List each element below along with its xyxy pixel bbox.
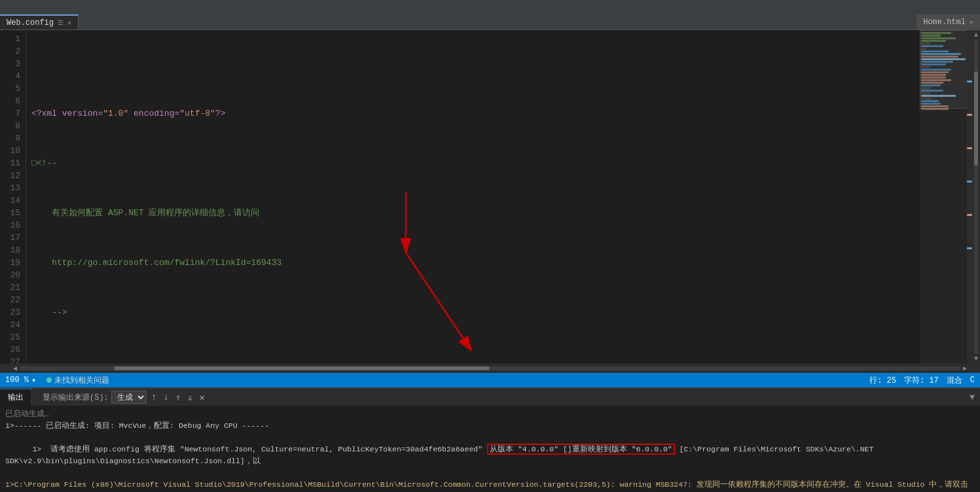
char-info: 字符: 17 — [904, 375, 939, 386]
zoom-dropdown-icon[interactable]: ▾ — [31, 376, 36, 385]
panel-btn-clear[interactable]: ✕ — [198, 392, 207, 403]
h-scrollbar-track[interactable] — [20, 366, 960, 370]
code-content[interactable]: <?xml version="1.0" encoding="utf-8"?> □… — [26, 30, 920, 364]
code-line-6 — [31, 356, 915, 364]
panel-output-content: 已启动生成… 1>------ 已启动生成: 项目: MvcVue，配置: De… — [0, 406, 980, 492]
code-line-5: --> — [31, 306, 915, 319]
title-bar — [0, 0, 980, 14]
encoding-info: 混合 — [947, 375, 962, 386]
output-line-2: 1>------ 已启动生成: 项目: MvcVue，配置: Debug Any… — [5, 420, 975, 432]
panel-btn-up[interactable]: ↑ — [149, 392, 158, 402]
line-info: 行: 25 — [869, 375, 896, 386]
bottom-panel: 输出 显示输出来源(S): 生成 ↑ ↓ ⇑ ⇓ ✕ ▼ 已启动生成… 1>--… — [0, 387, 980, 492]
tab-webconfig[interactable]: Web.config ☰ ✕ — [0, 14, 79, 29]
editor-status-bar: 100 % ▾ 未找到相关问题 行: 25 字符: 17 混合 C — [0, 373, 980, 387]
source-label: 显示输出来源(S): — [43, 392, 109, 403]
panel-tab-output[interactable]: 输出 — [0, 389, 32, 406]
minimap-content — [920, 30, 972, 112]
horizontal-scrollbar[interactable]: ◀ ▶ — [0, 364, 980, 373]
main-area: 12345 678910 1112131415 1617181920 21222… — [0, 30, 980, 387]
panel-collapse-btn[interactable]: ▼ — [964, 389, 980, 406]
output-line-4: 1>C:\Program Files (x86)\Microsoft Visua… — [5, 479, 975, 492]
tab-webconfig-label: Web.config — [7, 18, 54, 27]
panel-tabs-bar: 输出 显示输出来源(S): 生成 ↑ ↓ ⇑ ⇓ ✕ ▼ — [0, 389, 980, 406]
scroll-left-arrow[interactable]: ◀ — [10, 364, 20, 372]
source-select[interactable]: 生成 — [111, 391, 147, 404]
panel-btn-down[interactable]: ↓ — [161, 392, 170, 402]
minimap — [920, 30, 972, 364]
zoom-value: 100 % — [5, 376, 29, 385]
output-line-1: 已启动生成… — [5, 408, 975, 420]
zoom-indicator: 100 % ▾ — [5, 376, 36, 385]
status-right: 行: 25 字符: 17 混合 C — [869, 375, 975, 386]
code-area: 12345 678910 1112131415 1617181920 21222… — [0, 30, 980, 364]
panel-btn-top[interactable]: ⇑ — [173, 392, 183, 403]
tab-homehtml[interactable]: Home.html ✕ — [916, 14, 980, 29]
no-issues-text: 未找到相关问题 — [54, 375, 109, 386]
minimap-scrollbar[interactable]: ▲ ▼ — [972, 30, 980, 364]
tab-homehtml-close-icon[interactable]: ✕ — [970, 18, 973, 26]
tab-homehtml-label: Home.html — [923, 18, 966, 27]
output-line-3: 1> 请考虑使用 app.config 将程序集 "Newtonsoft.Jso… — [5, 432, 975, 479]
code-line-4: http://go.microsoft.com/fwlink/?LinkId=1… — [31, 256, 915, 269]
tab-pin-icon[interactable]: ☰ — [58, 19, 64, 27]
line-numbers: 12345 678910 1112131415 1617181920 21222… — [0, 30, 26, 364]
status-dot-icon — [46, 378, 52, 383]
tab-bar: Web.config ☰ ✕ Home.html ✕ — [0, 14, 980, 30]
editor-container: 12345 678910 1112131415 1617181920 21222… — [0, 30, 980, 387]
panel-btn-bottom[interactable]: ⇓ — [185, 392, 194, 403]
code-line-1: <?xml version="1.0" encoding="utf-8"?> — [31, 107, 915, 120]
panel-tab-output-label: 输出 — [8, 392, 24, 403]
tab-close-icon[interactable]: ✕ — [67, 19, 71, 27]
panel-source-controls: 显示输出来源(S): 生成 ↑ ↓ ⇑ ⇓ ✕ — [37, 389, 212, 406]
h-scrollbar-thumb[interactable] — [114, 366, 490, 370]
format-info: C — [970, 376, 975, 385]
no-issues-indicator: 未找到相关问题 — [46, 375, 109, 386]
code-line-3: 有关如何配置 ASP.NET 应用程序的详细信息，请访问 — [31, 207, 915, 219]
scroll-right-arrow[interactable]: ▶ — [960, 364, 970, 372]
code-line-2: □<!-- — [31, 157, 915, 169]
